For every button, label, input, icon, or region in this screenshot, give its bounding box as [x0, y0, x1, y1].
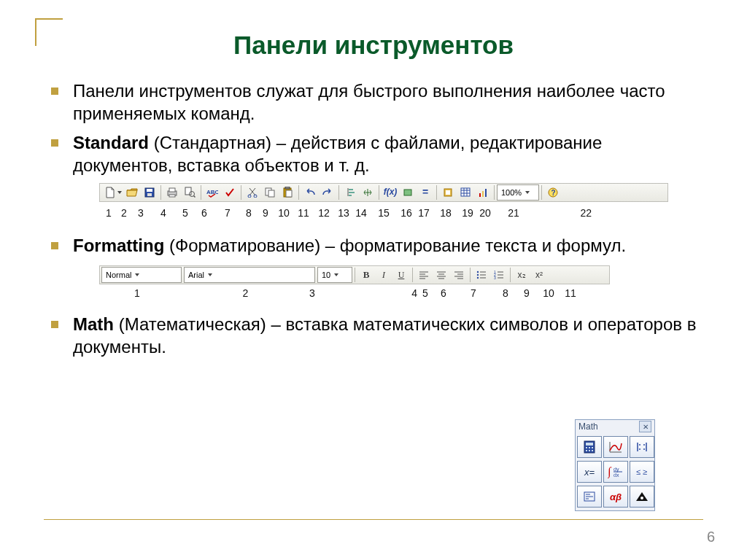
bullet-intro: Панели инструментов служат для быстрого … [51, 80, 703, 125]
svg-text:?: ? [551, 189, 556, 197]
check-icon[interactable] [222, 184, 238, 201]
svg-rect-21 [404, 190, 411, 195]
svg-rect-61 [589, 447, 590, 448]
svg-point-46 [477, 271, 479, 273]
svg-rect-19 [349, 192, 355, 193]
italic-button[interactable]: I [376, 267, 392, 283]
font-dropdown[interactable]: Arial [184, 267, 315, 283]
svg-text:∫: ∫ [608, 465, 612, 478]
symbolic-icon[interactable] [630, 486, 654, 508]
style-dropdown[interactable]: Normal [101, 267, 182, 283]
help-icon[interactable]: ? [545, 184, 561, 201]
redo-icon[interactable] [320, 184, 336, 201]
formatting-numbers: 1234567891011 [101, 287, 703, 300]
bullet-formatting: Formatting (Форматирование) – форматиров… [51, 235, 703, 301]
svg-rect-18 [349, 189, 353, 190]
insert-chart-icon[interactable] [475, 184, 491, 201]
new-doc-icon[interactable] [102, 184, 118, 201]
align-left-icon[interactable] [416, 267, 432, 283]
svg-rect-6 [185, 187, 191, 195]
svg-rect-2 [147, 193, 152, 196]
bullet-math: Math (Математическая) – вставка математи… [51, 314, 703, 358]
bullet-list: Панели инструментов служат для быстрого … [44, 80, 703, 359]
nudge-icon[interactable] [360, 184, 376, 201]
label-math: Math [73, 314, 114, 334]
page-number: 6 [707, 529, 715, 545]
svg-rect-65 [592, 450, 593, 451]
standard-numbers: 12345678910111213141516171819202122 [101, 207, 703, 220]
svg-text:ABC: ABC [206, 189, 218, 195]
svg-rect-20 [349, 195, 352, 196]
unit-icon[interactable] [400, 184, 416, 201]
save-icon[interactable] [142, 184, 158, 201]
formatting-toolbar: Normal Arial 10 B I U [99, 265, 610, 284]
superscript-button[interactable]: x² [531, 267, 547, 283]
math-palette-titlebar: Math ✕ [576, 420, 654, 433]
svg-rect-63 [586, 450, 587, 451]
subscript-button[interactable]: x₂ [514, 267, 530, 283]
size-dropdown[interactable]: 10 [317, 267, 352, 283]
separator [241, 185, 241, 200]
bullet-list-icon[interactable] [473, 267, 489, 283]
new-doc-dropdown-icon[interactable] [117, 191, 122, 194]
paste-icon[interactable] [279, 184, 295, 201]
math-palette: Math ✕ x= ∫dydx ≤≥ αβ [575, 419, 655, 511]
label-formatting: Formatting [73, 236, 164, 255]
undo-icon[interactable] [302, 184, 318, 201]
chevron-down-icon [208, 273, 212, 276]
chevron-down-icon [525, 191, 530, 194]
separator [160, 185, 161, 200]
svg-point-82 [640, 497, 643, 499]
bold-button[interactable]: B [358, 267, 374, 283]
separator [494, 185, 495, 200]
calculus-icon[interactable]: ∫dydx [603, 461, 628, 483]
align-center-icon[interactable] [433, 267, 449, 283]
svg-point-48 [477, 274, 479, 276]
svg-text:3: 3 [494, 276, 496, 279]
print-icon[interactable] [164, 184, 180, 201]
svg-point-71 [643, 448, 645, 450]
zoom-dropdown[interactable]: 100% [497, 184, 539, 201]
separator [338, 185, 339, 200]
underline-button[interactable]: U [393, 267, 409, 283]
text-formatting: (Форматирование) – форматирование текста… [164, 236, 626, 255]
function-icon[interactable]: f(x) [382, 184, 398, 201]
boolean-icon[interactable]: ≤≥ [630, 461, 654, 483]
component-icon[interactable] [440, 184, 456, 201]
separator [436, 185, 437, 200]
spellcheck-icon[interactable]: ABC [204, 184, 220, 201]
svg-rect-60 [586, 447, 587, 448]
evaluation-icon[interactable]: x= [577, 461, 602, 483]
separator [355, 268, 355, 282]
copy-icon[interactable] [262, 184, 278, 201]
svg-rect-31 [485, 189, 487, 197]
separator [412, 268, 413, 282]
svg-rect-5 [169, 195, 175, 197]
graph-icon[interactable] [603, 436, 628, 458]
svg-rect-29 [479, 193, 481, 197]
print-preview-icon[interactable] [182, 184, 198, 201]
cut-icon[interactable] [244, 184, 260, 201]
separator [510, 268, 511, 282]
programming-icon[interactable] [577, 486, 602, 508]
math-palette-grid: x= ∫dydx ≤≥ αβ [576, 433, 654, 510]
insert-table-icon[interactable] [457, 184, 473, 201]
numbered-list-icon[interactable]: 123 [491, 267, 507, 283]
close-icon[interactable]: ✕ [639, 421, 651, 432]
text-standard: (Стандартная) – действия с файлами, реда… [73, 133, 602, 175]
matrix-icon[interactable] [630, 436, 654, 458]
svg-rect-62 [592, 447, 593, 448]
open-icon[interactable] [124, 184, 140, 201]
calculator-icon[interactable] [577, 436, 602, 458]
svg-point-50 [477, 277, 479, 279]
style-value: Normal [106, 270, 131, 280]
align-icon[interactable] [342, 184, 358, 201]
chevron-down-icon [334, 273, 338, 276]
greek-icon[interactable]: αβ [603, 486, 628, 508]
corner-decoration [35, 18, 63, 46]
svg-point-68 [639, 444, 640, 446]
math-palette-title: Math [578, 421, 598, 432]
align-right-icon[interactable] [451, 267, 467, 283]
svg-rect-30 [482, 191, 484, 197]
equals-icon[interactable]: = [417, 184, 433, 201]
